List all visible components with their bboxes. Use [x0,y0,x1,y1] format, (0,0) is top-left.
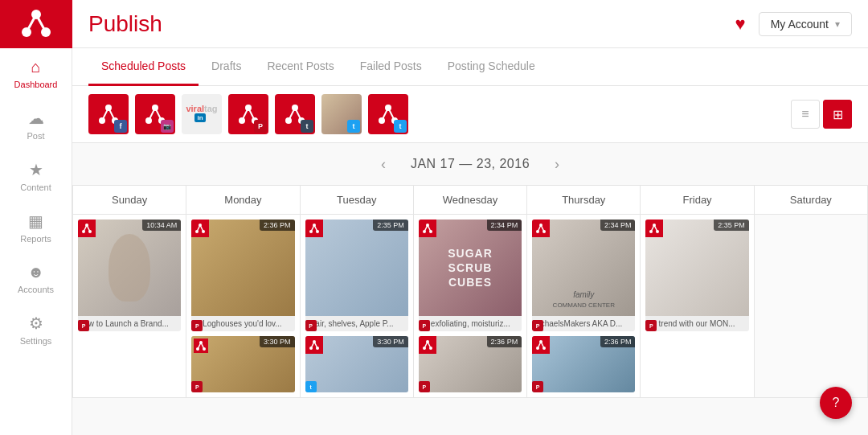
list-view-button[interactable]: ≡ [791,100,820,129]
svg-line-29 [388,108,395,121]
svg-line-34 [87,225,90,232]
post-card[interactable]: SUGARSCRUBCUBES P 2:34 PM An exfoliating… [419,220,522,331]
viraltag-logo-text: viraltag [186,105,217,113]
post-card-bottom[interactable]: t 3:30 PM [305,336,408,392]
account-icon-viraltag-tu[interactable]: t [275,94,315,134]
post-time: 2:36 PM [260,220,295,231]
svg-line-4 [36,14,46,32]
svg-line-63 [424,342,428,348]
sidebar-item-label: Accounts [18,285,54,294]
post-caption: On trend with our MON... [645,316,748,331]
post-time: 2:35 PM [373,220,408,231]
sidebar-item-content[interactable]: ★ Content [0,150,72,202]
post-social-badge-pi: P [532,320,543,331]
post-social-badge-pi: P [305,320,317,331]
tab-recent[interactable]: Recent Posts [254,48,346,86]
accounts-row: f 📷 viraltag in [72,86,868,143]
post-account-icon [532,336,550,354]
home-icon: ⌂ [31,58,40,76]
account-button[interactable]: My Account ▾ [759,12,852,36]
post-card[interactable]: P 10:34 AM How to Launch a Brand... [78,220,181,331]
svg-line-68 [538,225,541,232]
day-header-wednesday: Wednesday [414,186,527,215]
gear-icon: ⚙ [29,314,43,333]
sidebar-item-label: Reports [20,234,51,244]
account-icon-viraltag-ig[interactable]: 📷 [135,94,175,134]
post-caption: How to Launch a Brand... [78,316,181,331]
svg-line-79 [654,225,657,232]
post-time: 3:30 PM [260,336,295,347]
svg-line-19 [248,108,255,121]
twitter-badge-photo: t [347,120,360,133]
account-icon-viraltag-pi[interactable]: P [228,94,268,134]
svg-line-14 [155,108,162,121]
sidebar-item-accounts[interactable]: ☻ Accounts [0,253,72,304]
post-social-badge-pi: P [645,320,657,331]
svg-line-3 [27,14,36,32]
tab-posting-schedule[interactable]: Posting Schedule [435,48,548,86]
svg-line-23 [289,108,295,121]
svg-line-33 [84,225,87,232]
svg-line-73 [538,342,541,348]
linkedin-badge: in [194,113,205,122]
svg-line-49 [314,225,317,232]
svg-line-9 [108,108,115,121]
svg-line-58 [424,225,428,232]
post-time: 3:30 PM [373,336,408,347]
account-icon-viraltag-tw[interactable]: t [368,94,408,134]
sidebar-item-reports[interactable]: ▦ Reports [0,202,72,253]
svg-line-54 [314,342,317,348]
post-card[interactable]: P 2:35 PM Chair, shelves, Apple P... [305,220,408,331]
svg-line-39 [200,225,203,232]
sidebar-item-settings[interactable]: ⚙ Settings [0,304,72,355]
chevron-down-icon: ▾ [835,18,840,30]
day-col-saturday [755,215,868,398]
post-caption: An exfoliating, moisturiz... [419,316,522,331]
day-header-sunday: Sunday [73,186,186,215]
post-caption: Chair, shelves, Apple P... [305,316,408,331]
post-card-bottom[interactable]: P 3:30 PM [191,336,294,392]
post-time: 10:34 AM [142,220,181,231]
main-content: Publish ♥ My Account ▾ Scheduled Posts D… [72,0,868,435]
svg-line-13 [149,108,155,121]
topbar: Publish ♥ My Account ▾ [72,0,868,48]
user-icon: ☻ [27,263,44,281]
day-header-monday: Monday [186,186,300,215]
tab-failed[interactable]: Failed Posts [347,48,435,86]
account-label: My Account [771,18,829,31]
prev-week-button[interactable]: ‹ [372,153,395,175]
account-icon-photo[interactable]: t [321,94,362,134]
post-account-icon [645,220,663,237]
account-icon-viraltag-brand[interactable]: viraltag in [182,94,222,134]
heart-icon[interactable]: ♥ [735,14,746,35]
page-title: Publish [88,11,735,37]
cloud-icon: ☁ [28,109,44,128]
app-logo[interactable] [0,0,72,48]
grid-view-button[interactable]: ⊞ [823,100,852,129]
post-time: 2:34 PM [487,220,522,231]
account-icon-viraltag-fb[interactable]: f [88,94,129,134]
post-card-bottom[interactable]: P 2:36 PM [419,336,522,392]
sidebar-item-post[interactable]: ☁ Post [0,99,72,150]
week-label: JAN 17 — 23, 2016 [411,157,530,171]
tab-scheduled[interactable]: Scheduled Posts [88,48,199,86]
post-card[interactable]: P 2:35 PM On trend with our MON... [645,220,748,331]
support-button[interactable]: ? [820,387,852,419]
svg-line-69 [541,225,544,232]
svg-line-38 [197,225,200,232]
post-account-icon [305,220,323,237]
next-week-button[interactable]: › [546,153,568,175]
post-time: 2:36 PM [600,336,636,347]
svg-line-18 [242,108,248,121]
post-card[interactable]: P 2:36 PM 20 Loghouses you'd lov... [191,220,294,331]
instagram-badge: 📷 [161,120,174,133]
post-card[interactable]: familyCOMMAND CENTER P 2:34 PM MichaelsM… [532,220,635,331]
day-col-thursday: familyCOMMAND CENTER P 2:34 PM MichaelsM… [527,215,641,398]
svg-line-74 [541,342,544,348]
sidebar-item-dashboard[interactable]: ⌂ Dashboard [0,48,72,99]
svg-line-59 [428,225,431,232]
tab-drafts[interactable]: Drafts [199,48,254,86]
post-card-bottom[interactable]: P 2:36 PM [532,336,635,392]
svg-line-28 [382,108,388,121]
svg-line-48 [311,225,314,232]
